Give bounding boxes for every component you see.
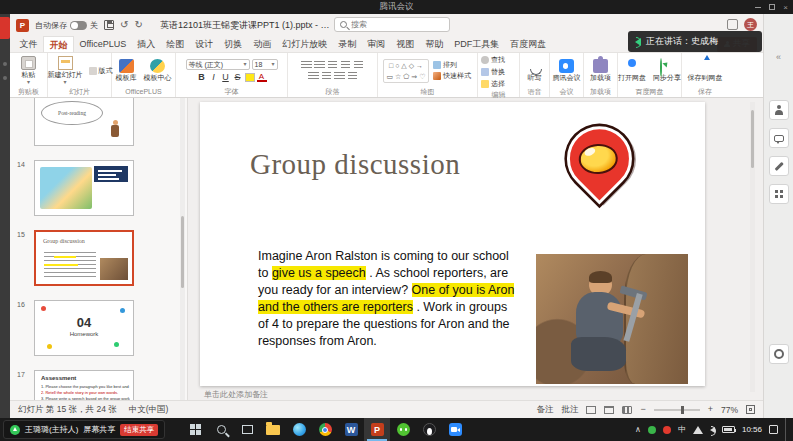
increase-indent-icon[interactable] xyxy=(341,61,350,70)
tab-animations[interactable]: 动画 xyxy=(248,36,277,52)
comments-toggle[interactable]: 批注 xyxy=(561,404,578,416)
paste-button[interactable]: 粘贴 ▾ xyxy=(19,55,38,86)
tab-record[interactable]: 录制 xyxy=(333,36,362,52)
wifi-icon[interactable] xyxy=(693,426,703,434)
edge-button[interactable] xyxy=(286,418,312,441)
align-center-icon[interactable] xyxy=(322,72,331,81)
bullets-icon[interactable] xyxy=(301,61,312,70)
tab-transitions[interactable]: 切换 xyxy=(219,36,248,52)
open-pan-button[interactable]: 打开网盘 xyxy=(616,58,648,83)
tab-insert[interactable]: 插入 xyxy=(132,36,161,52)
select-button[interactable]: 选择 xyxy=(480,79,506,89)
zoom-slider[interactable] xyxy=(654,409,700,411)
notification-center-icon[interactable] xyxy=(769,425,778,434)
maximize-icon[interactable] xyxy=(769,4,775,10)
dictate-button[interactable]: 听写 xyxy=(525,58,544,83)
powerpoint-button[interactable]: P xyxy=(364,418,390,441)
shapes-gallery[interactable]: □ ○ △ ◇ →▭ ☆ ⬠ ⇒ ♡ xyxy=(383,59,429,83)
chrome-button[interactable] xyxy=(312,418,338,441)
close-icon[interactable]: × xyxy=(783,3,788,12)
sync-share-button[interactable]: 同步分享 xyxy=(651,58,683,83)
account-avatar[interactable]: 王 xyxy=(744,18,757,31)
word-button[interactable]: W xyxy=(338,418,364,441)
qq-button[interactable] xyxy=(416,418,442,441)
show-desktop-button[interactable] xyxy=(785,418,789,441)
settings-gear-icon[interactable] xyxy=(769,344,789,364)
arrange-button[interactable]: 排列 xyxy=(432,60,472,70)
thumbnail-slide-13[interactable]: Post-reading xyxy=(34,98,134,146)
tray-green-icon[interactable] xyxy=(648,426,656,434)
replace-button[interactable]: 替换 xyxy=(480,67,506,77)
thumbnail-slide-15-selected[interactable]: Group discussion xyxy=(34,230,134,286)
undo-icon[interactable]: ↺ xyxy=(120,20,128,30)
tab-design[interactable]: 设计 xyxy=(190,36,219,52)
notes-placeholder[interactable]: 单击此处添加备注 xyxy=(204,389,268,400)
slide-body-text[interactable]: Imagine Aron Ralston is coming to our sc… xyxy=(258,248,515,350)
quick-styles-button[interactable]: 快速样式 xyxy=(432,71,472,81)
template-center-button[interactable]: 模板中心 xyxy=(142,58,174,83)
slide-sorter-view-icon[interactable] xyxy=(604,406,614,414)
numbering-icon[interactable] xyxy=(314,61,325,70)
slideshow-view-icon[interactable] xyxy=(622,406,632,414)
slide-title[interactable]: Group discussion xyxy=(250,148,460,181)
apps-grid-icon[interactable] xyxy=(769,184,789,204)
align-right-icon[interactable] xyxy=(334,72,345,81)
bold-icon[interactable]: B xyxy=(197,72,207,82)
font-name-select[interactable]: 等线 (正文) ▾ xyxy=(186,59,250,70)
scrollbar-thumb[interactable] xyxy=(181,216,184,288)
addins-button[interactable]: 加载项 xyxy=(588,58,613,83)
thumbnail-slide-17[interactable]: Assessment 1. Please choose the paragrap… xyxy=(34,370,134,400)
tencent-meeting-button[interactable]: 腾讯会议 xyxy=(551,58,583,83)
taskbar-search-button[interactable] xyxy=(208,418,234,441)
zoom-level[interactable]: 77% xyxy=(721,405,738,415)
stop-share-button[interactable]: 结束共享 xyxy=(120,424,158,436)
zoom-out-icon[interactable]: − xyxy=(640,405,645,414)
redo-icon[interactable]: ↻ xyxy=(134,20,142,30)
slide-scrollbar[interactable] xyxy=(750,102,755,392)
thumbnail-slide-14[interactable] xyxy=(34,160,134,216)
battery-icon[interactable] xyxy=(722,426,735,433)
chat-icon[interactable] xyxy=(769,128,789,148)
font-size-select[interactable]: 18 ▾ xyxy=(252,59,278,70)
members-icon[interactable] xyxy=(769,100,789,120)
line-spacing-icon[interactable] xyxy=(354,61,363,70)
pin-logo[interactable] xyxy=(555,122,651,218)
underline-icon[interactable]: U xyxy=(221,72,231,82)
tab-officeplus[interactable]: OfficePLUS xyxy=(74,36,132,52)
autosave-toggle[interactable] xyxy=(70,21,87,30)
zoom-in-icon[interactable]: + xyxy=(708,405,713,414)
save-to-pan-button[interactable]: 保存到网盘 xyxy=(686,58,725,83)
start-button[interactable] xyxy=(182,418,208,441)
tray-red-icon[interactable] xyxy=(663,426,671,434)
language-indicator[interactable]: 中文(中国) xyxy=(129,404,169,416)
text-highlight-icon[interactable] xyxy=(245,73,255,82)
tab-home[interactable]: 开始 xyxy=(43,36,74,52)
justify-icon[interactable] xyxy=(348,72,357,81)
tab-draw[interactable]: 绘图 xyxy=(161,36,190,52)
fit-to-window-icon[interactable] xyxy=(746,405,755,414)
aron-ralston-photo[interactable] xyxy=(536,254,688,384)
tab-baidu-pan[interactable]: 百度网盘 xyxy=(505,36,552,52)
tab-file[interactable]: 文件 xyxy=(14,36,43,52)
hidden-icons-chevron[interactable]: ∧ xyxy=(635,425,641,434)
tab-help[interactable]: 帮助 xyxy=(420,36,449,52)
new-slide-button[interactable]: 新建幻灯片 ▾ xyxy=(46,55,85,86)
recording-badge-icon[interactable] xyxy=(0,17,10,39)
wechat-button[interactable] xyxy=(390,418,416,441)
layout-button[interactable]: 版式 xyxy=(88,66,114,76)
normal-view-icon[interactable] xyxy=(586,406,596,414)
thumbnail-scrollbar[interactable] xyxy=(180,98,185,400)
clock[interactable]: 10:56 xyxy=(742,425,762,434)
file-explorer-button[interactable] xyxy=(260,418,286,441)
template-library-button[interactable]: 模板库 xyxy=(114,58,139,83)
find-button[interactable]: 查找 xyxy=(480,55,506,65)
tab-view[interactable]: 视图 xyxy=(391,36,420,52)
annotation-pen-icon[interactable] xyxy=(769,156,789,176)
notes-toggle[interactable]: 备注 xyxy=(536,404,553,416)
autosave-control[interactable]: 自动保存 关 xyxy=(35,20,98,31)
ribbon-display-options-icon[interactable] xyxy=(727,19,738,30)
thumbnail-slide-16[interactable]: 04 Homework xyxy=(34,300,134,356)
align-left-icon[interactable] xyxy=(308,72,319,81)
search-input[interactable] xyxy=(351,20,439,29)
italic-icon[interactable]: I xyxy=(209,72,219,82)
